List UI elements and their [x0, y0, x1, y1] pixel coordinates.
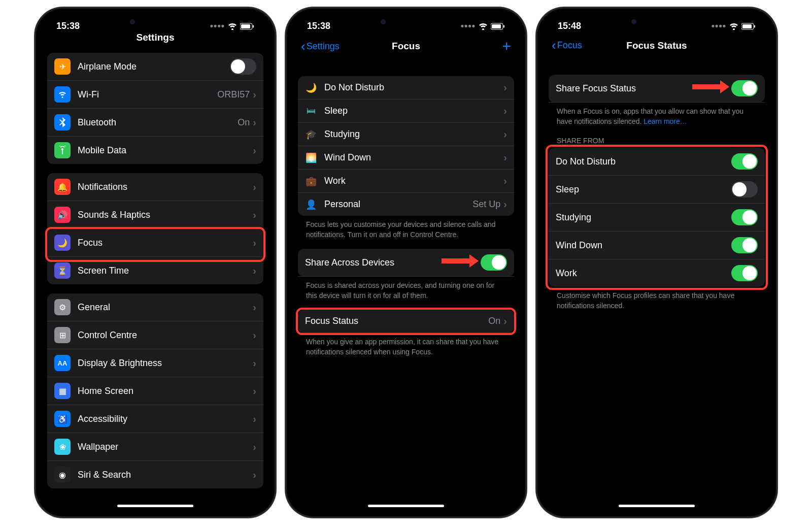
chevron-right-icon: › [503, 105, 507, 117]
notifications-icon: 🔔 [54, 179, 71, 195]
settings-row[interactable]: 👤PersonalSet Up› [298, 193, 514, 216]
back-button[interactable]: ‹Settings [301, 39, 340, 54]
display-brightness-icon: AA [54, 355, 71, 371]
chevron-right-icon: › [253, 357, 256, 369]
svg-rect-8 [742, 24, 752, 28]
toggle[interactable] [731, 237, 758, 253]
svg-rect-2 [253, 25, 254, 27]
row-label: Sounds & Haptics [78, 210, 253, 220]
row-label: Wind Down [556, 240, 731, 251]
page-title: Focus [392, 41, 420, 52]
settings-row[interactable]: ⚙General› [47, 293, 263, 321]
accessibility-icon: ♿ [54, 411, 71, 427]
row-detail: ORBI57 [217, 89, 250, 100]
chevron-right-icon: › [253, 89, 256, 101]
settings-row[interactable]: Sleep [549, 176, 765, 204]
settings-row[interactable]: ✈︎Airplane Mode [47, 53, 263, 81]
wifi-icon [228, 23, 237, 30]
settings-row[interactable]: ♿Accessibility› [47, 405, 263, 433]
battery-icon [491, 23, 505, 30]
footer-text: When you give an app permission, it can … [298, 333, 514, 357]
share-across-devices-row[interactable]: Share Across Devices [298, 249, 514, 277]
chevron-right-icon: › [253, 181, 256, 193]
row-label: Focus [78, 238, 253, 248]
chevron-right-icon: › [253, 329, 256, 341]
wifi-icon [729, 23, 738, 30]
row-label: Sleep [556, 184, 731, 195]
share-focus-toggle[interactable] [731, 80, 758, 96]
nav-bar: Settings [41, 31, 269, 44]
chevron-right-icon: › [253, 441, 256, 453]
focus-mode-icon: 👤 [305, 199, 317, 210]
settings-row[interactable]: BluetoothOn› [47, 109, 263, 137]
home-indicator[interactable] [117, 505, 193, 507]
chevron-right-icon: › [253, 237, 256, 249]
focus-mode-icon: 🌅 [305, 152, 317, 163]
row-label: Display & Brightness [78, 358, 253, 369]
settings-row[interactable]: Do Not Disturb [549, 148, 765, 176]
row-label: Home Screen [78, 386, 253, 396]
settings-row[interactable]: 🎓Studying› [298, 123, 514, 146]
phone-settings: 15:38 •••• Settings ✈︎Airplane ModeWi-Fi… [35, 8, 276, 517]
settings-row[interactable]: Mobile Data› [47, 137, 263, 164]
settings-row[interactable]: 🛏Sleep› [298, 100, 514, 123]
settings-row[interactable]: Wi-FiORBI57› [47, 81, 263, 109]
time: 15:38 [307, 21, 330, 31]
section-header: SHARE FROM [549, 126, 765, 148]
settings-row[interactable]: Work [549, 259, 765, 287]
settings-row[interactable]: 🌅Wind Down› [298, 146, 514, 170]
chevron-right-icon: › [253, 413, 256, 425]
svg-rect-5 [492, 24, 501, 28]
toggle[interactable] [230, 58, 256, 75]
settings-row[interactable]: Wind Down [549, 232, 765, 259]
settings-row[interactable]: 🌙Focus› [47, 229, 263, 257]
wifi-icon [479, 23, 488, 30]
focus-status-row[interactable]: Focus Status On › [298, 310, 514, 333]
chevron-right-icon: › [253, 302, 256, 313]
settings-row[interactable]: ⏳Screen Time› [47, 257, 263, 284]
phone-focus: 15:38 •••• ‹Settings Focus + 🌙Do Not Dis… [286, 8, 526, 517]
settings-row[interactable]: Studying [549, 204, 765, 232]
row-label: Control Centre [78, 330, 253, 341]
row-detail: On [238, 117, 250, 128]
toggle[interactable] [731, 181, 758, 197]
settings-row[interactable]: ❀Wallpaper› [47, 433, 263, 461]
settings-row[interactable]: 💼Work› [298, 170, 514, 193]
phone-focus-status: 15:48 •••• ‹Focus Focus Status Share Foc… [536, 8, 777, 517]
toggle[interactable] [731, 209, 758, 225]
battery-icon [240, 23, 254, 30]
back-button[interactable]: ‹Focus [552, 38, 582, 53]
toggle[interactable] [731, 153, 758, 170]
row-label: Wallpaper [78, 442, 253, 452]
chevron-right-icon: › [253, 265, 256, 277]
footer-text: Customise which Focus profiles can share… [549, 287, 765, 311]
chevron-right-icon: › [253, 117, 256, 128]
home-indicator[interactable] [368, 505, 444, 507]
svg-point-3 [61, 148, 63, 150]
chevron-right-icon: › [503, 152, 507, 163]
settings-row[interactable]: ▦Home Screen› [47, 377, 263, 405]
time: 15:38 [56, 21, 80, 31]
focus-mode-icon: 🎓 [305, 129, 317, 140]
share-devices-toggle[interactable] [481, 254, 507, 271]
footer-text: When a Focus is on, apps that you allow … [549, 103, 765, 126]
settings-row[interactable]: 🌙Do Not Disturb› [298, 76, 514, 100]
row-label: Do Not Disturb [324, 82, 503, 93]
chevron-right-icon: › [253, 469, 256, 481]
settings-row[interactable]: ⊞Control Centre› [47, 321, 263, 349]
toggle[interactable] [731, 265, 758, 281]
home-indicator[interactable] [619, 505, 695, 507]
svg-rect-9 [754, 25, 755, 27]
settings-row[interactable]: ◉Siri & Search› [47, 461, 263, 488]
settings-row[interactable]: 🔊Sounds & Haptics› [47, 201, 263, 229]
home-screen-icon: ▦ [54, 383, 71, 399]
svg-rect-1 [241, 24, 250, 28]
settings-row[interactable]: 🔔Notifications› [47, 173, 263, 201]
settings-row[interactable]: AADisplay & Brightness› [47, 349, 263, 377]
time: 15:48 [558, 21, 581, 31]
chevron-right-icon: › [253, 209, 256, 221]
share-focus-status-row[interactable]: Share Focus Status [549, 75, 765, 103]
row-label: Wi-Fi [78, 89, 217, 100]
add-button[interactable]: + [502, 38, 511, 55]
learn-more-link[interactable]: Learn more… [644, 117, 687, 125]
